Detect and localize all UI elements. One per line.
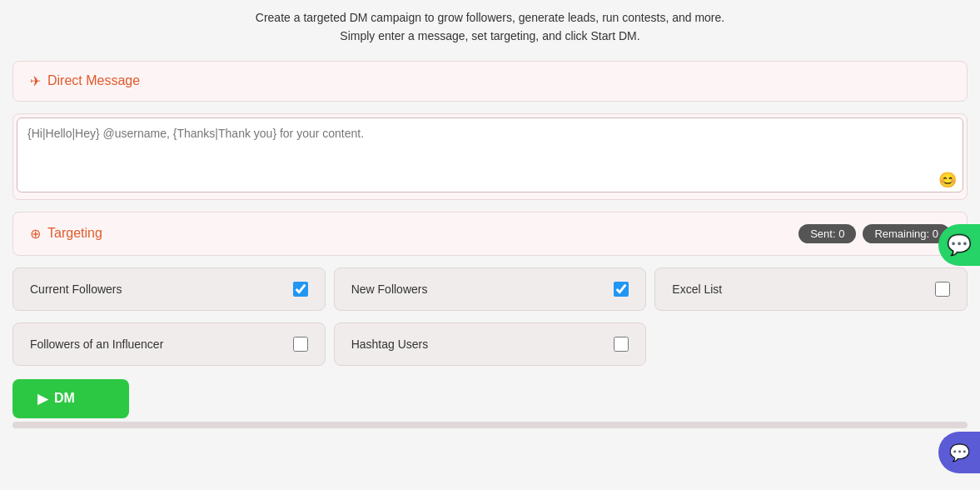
whatsapp-icon: 💬 xyxy=(947,233,972,257)
send-icon: ✈ xyxy=(30,73,41,89)
header-description: Create a targeted DM campaign to grow fo… xyxy=(12,8,968,46)
excel-list-option: Excel List xyxy=(654,268,968,311)
followers-influencer-checkbox[interactable] xyxy=(293,337,308,352)
options-row1: Current Followers New Followers Excel Li… xyxy=(12,268,968,311)
hashtag-users-checkbox[interactable] xyxy=(614,337,629,352)
empty-option xyxy=(654,322,968,366)
message-card: 😊 xyxy=(12,113,968,200)
header-line1: Create a targeted DM campaign to grow fo… xyxy=(12,8,968,27)
targeting-icon: ⊕ xyxy=(30,226,41,242)
excel-list-label: Excel List xyxy=(672,282,722,296)
dm-button-label: DM xyxy=(54,391,75,406)
followers-influencer-label: Followers of an Influencer xyxy=(30,338,163,351)
header-line2: Simply enter a message, set targeting, a… xyxy=(12,27,968,45)
remaining-badge: Remaining: 0 xyxy=(863,224,950,243)
play-icon: ▶ xyxy=(37,391,47,407)
targeting-badges: Sent: 0 Remaining: 0 xyxy=(798,224,950,243)
options-row2: Followers of an Influencer Hashtag Users xyxy=(12,322,968,366)
dm-button[interactable]: ▶ DM xyxy=(12,379,129,418)
bottom-bar xyxy=(12,422,968,428)
sent-badge: Sent: 0 xyxy=(798,224,856,243)
targeting-section: ⊕ Targeting Sent: 0 Remaining: 0 xyxy=(12,212,968,256)
targeting-title: Targeting xyxy=(47,226,102,241)
message-input[interactable] xyxy=(17,118,963,192)
new-followers-checkbox[interactable] xyxy=(614,282,629,297)
new-followers-option: New Followers xyxy=(334,268,647,311)
current-followers-checkbox[interactable] xyxy=(293,282,308,297)
chat-bubble-button[interactable]: 💬 xyxy=(938,432,980,473)
direct-message-title: Direct Message xyxy=(47,73,140,88)
direct-message-section: ✈ Direct Message xyxy=(12,61,968,102)
current-followers-option: Current Followers xyxy=(12,268,326,311)
whatsapp-button[interactable]: 💬 xyxy=(938,224,980,266)
new-followers-label: New Followers xyxy=(351,282,428,296)
hashtag-users-option: Hashtag Users xyxy=(334,322,647,366)
chat-bubble-icon: 💬 xyxy=(949,442,970,462)
excel-list-checkbox[interactable] xyxy=(935,282,950,297)
current-followers-label: Current Followers xyxy=(30,282,122,296)
emoji-icon[interactable]: 😊 xyxy=(938,171,957,189)
followers-influencer-option: Followers of an Influencer xyxy=(12,322,326,366)
hashtag-users-label: Hashtag Users xyxy=(351,338,429,351)
